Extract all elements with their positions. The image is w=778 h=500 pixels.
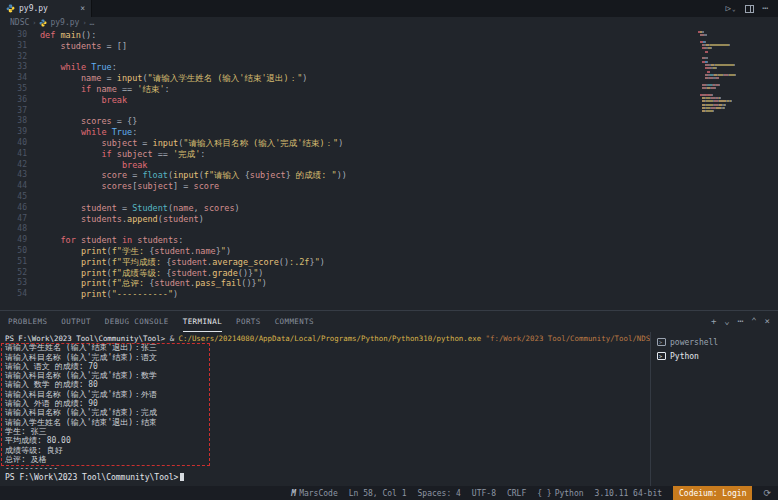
line-number[interactable]: 51 (0, 257, 40, 268)
line-number[interactable]: 52 (0, 268, 40, 279)
terminal-dropdown-icon[interactable]: ⌄ (724, 317, 729, 326)
code-line[interactable]: 50 print(f"学生: {student.name}") (0, 246, 778, 257)
code-line[interactable]: 39 while True: (0, 127, 778, 138)
code-line[interactable]: 32 (0, 52, 778, 63)
code-line[interactable]: 34 name = input("请输入学生姓名 (输入'结束'退出)：") (0, 73, 778, 84)
status-bar: MMarsCode Ln 58, Col 1 Spaces: 4 UTF-8 C… (0, 486, 778, 500)
panel-tab-output[interactable]: OUTPUT (61, 311, 91, 332)
code-line[interactable]: 45 (0, 192, 778, 203)
panel-tab-debug-console[interactable]: DEBUG CONSOLE (105, 311, 169, 332)
code-text: score = float(input(f"请输入 {subject} 的成绩:… (40, 170, 347, 181)
line-number[interactable]: 45 (0, 192, 40, 203)
tab-close-icon[interactable]: × (80, 4, 85, 13)
indentation-item[interactable]: Spaces: 4 (418, 489, 461, 498)
tab-bar: py9.py × ▷⌄ ⋯ (0, 0, 778, 17)
eol-item[interactable]: CRLF (507, 489, 526, 498)
line-number[interactable]: 39 (0, 127, 40, 138)
split-editor-button[interactable] (745, 5, 754, 13)
sync-icon[interactable]: ⟳ (763, 488, 771, 498)
terminal-output-line: 成绩等级: 良好 (5, 446, 650, 455)
line-number[interactable]: 43 (0, 170, 40, 181)
line-number[interactable]: 33 (0, 62, 40, 73)
breadcrumb-folder[interactable]: NDSC (10, 18, 29, 27)
more-actions-icon[interactable]: ⋯ (763, 4, 768, 13)
code-text: student = Student(name, scores) (40, 203, 240, 214)
code-line[interactable]: 42 break (0, 160, 778, 171)
line-number[interactable]: 42 (0, 160, 40, 171)
panel-tab-problems[interactable]: PROBLEMS (8, 311, 47, 332)
line-number[interactable]: 34 (0, 73, 40, 84)
line-number[interactable]: 35 (0, 84, 40, 95)
line-number[interactable]: 53 (0, 278, 40, 289)
code-line[interactable]: 53 print(f"总评: {student.pass_fail()}") (0, 278, 778, 289)
terminal-output-line: 总评: 及格 (5, 455, 650, 464)
line-number[interactable]: 50 (0, 246, 40, 257)
panel-tab-comments[interactable]: COMMENTS (275, 311, 314, 332)
terminal-output-line: 请输入科目名称 (输入'完成'结束)：完成 (5, 408, 650, 417)
minimap[interactable] (698, 30, 748, 112)
panel-tabs: PROBLEMSOUTPUTDEBUG CONSOLETERMINALPORTS… (8, 311, 314, 332)
code-line[interactable]: 41 if subject == '完成': (0, 149, 778, 160)
line-number[interactable]: 41 (0, 149, 40, 160)
line-number[interactable]: 48 (0, 224, 40, 235)
terminal[interactable]: PS F:\Work\2023 Tool\Community\Tool> & C… (0, 332, 650, 486)
line-number[interactable]: 30 (0, 30, 40, 41)
code-line[interactable]: 48 (0, 224, 778, 235)
line-number[interactable]: 38 (0, 116, 40, 127)
terminal-session-label: Python (670, 352, 699, 361)
code-line[interactable]: 51 print(f"平均成绩: {student.average_score(… (0, 257, 778, 268)
code-line[interactable]: 38 scores = {} (0, 116, 778, 127)
line-number[interactable]: 32 (0, 52, 40, 63)
tab-py9[interactable]: py9.py × (0, 0, 92, 17)
code-line[interactable]: 31 students = [] (0, 41, 778, 52)
panel-tab-ports[interactable]: PORTS (236, 311, 261, 332)
line-number[interactable]: 37 (0, 106, 40, 117)
terminal-command-line: PS F:\Work\2023 Tool\Community\Tool> & C… (5, 334, 650, 343)
terminal-session-powershell[interactable]: >powershell (657, 335, 778, 349)
terminal-session-python[interactable]: >Python (657, 349, 778, 363)
breadcrumb-file[interactable]: py9.py (50, 18, 79, 27)
code-text: break (40, 95, 127, 106)
code-line[interactable]: 35 if name == '结束': (0, 84, 778, 95)
code-line[interactable]: 43 score = float(input(f"请输入 {subject} 的… (0, 170, 778, 181)
line-number[interactable]: 31 (0, 41, 40, 52)
code-text: break (40, 160, 147, 171)
code-line[interactable]: 36 break (0, 95, 778, 106)
code-line[interactable]: 44 scores[subject] = score (0, 181, 778, 192)
code-line[interactable]: 37 (0, 106, 778, 117)
line-number[interactable]: 49 (0, 235, 40, 246)
code-text: students.append(student) (40, 214, 204, 225)
breadcrumb-symbol[interactable]: … (90, 18, 95, 27)
encoding-item[interactable]: UTF-8 (472, 489, 496, 498)
code-line[interactable]: 30def main(): (0, 30, 778, 41)
code-text: for student in students: (40, 235, 183, 246)
cursor-position-item[interactable]: Ln 58, Col 1 (349, 489, 407, 498)
run-button[interactable]: ▷⌄ (726, 4, 736, 13)
code-line[interactable]: 52 print(f"成绩等级: {student.grade()}") (0, 268, 778, 279)
marscode-status-item[interactable]: MMarsCode (291, 489, 337, 498)
code-text: while True: (40, 127, 137, 138)
line-number[interactable]: 54 (0, 289, 40, 300)
code-text: print(f"平均成绩: {student.average_score():.… (40, 257, 325, 268)
code-line[interactable]: 47 students.append(student) (0, 214, 778, 225)
panel-tab-terminal[interactable]: TERMINAL (183, 311, 222, 332)
line-number[interactable]: 46 (0, 203, 40, 214)
line-number[interactable]: 44 (0, 181, 40, 192)
code-line[interactable]: 46 student = Student(name, scores) (0, 203, 778, 214)
close-panel-icon[interactable]: × (765, 317, 770, 326)
code-line[interactable]: 49 for student in students: (0, 235, 778, 246)
code-line[interactable]: 40 subject = input("请输入科目名称 (输入'完成'结束)："… (0, 138, 778, 149)
maximize-panel-icon[interactable]: ⌃ (751, 317, 756, 326)
codeium-login-button[interactable]: Codeium: Login (673, 486, 752, 500)
line-number[interactable]: 40 (0, 138, 40, 149)
code-text: def main(): (40, 30, 96, 41)
code-line[interactable]: 54 print("----------") (0, 289, 778, 300)
code-editor[interactable]: 30def main():31 students = []3233 while … (0, 28, 778, 310)
language-mode-item[interactable]: { }Python (537, 489, 583, 498)
new-terminal-icon[interactable]: + (711, 317, 716, 326)
line-number[interactable]: 47 (0, 214, 40, 225)
python-interpreter-item[interactable]: 3.10.11 64-bit (595, 489, 662, 498)
panel-more-icon[interactable]: ⋯ (738, 317, 743, 326)
code-line[interactable]: 33 while True: (0, 62, 778, 73)
line-number[interactable]: 36 (0, 95, 40, 106)
